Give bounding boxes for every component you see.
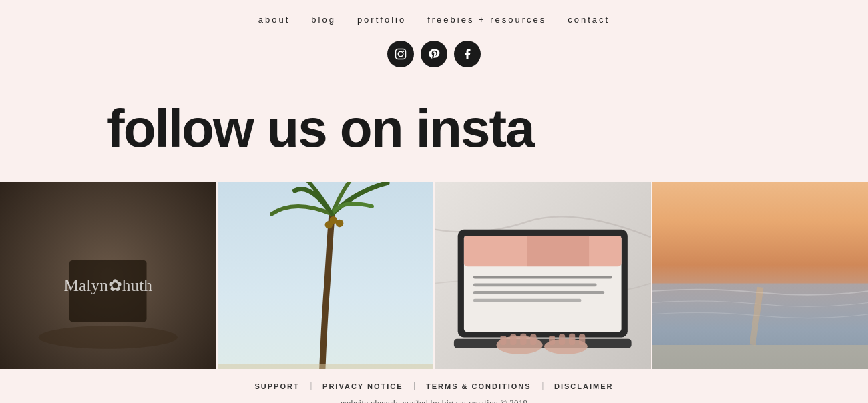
facebook-button[interactable] [454,41,481,67]
svg-rect-21 [473,299,582,302]
svg-point-2 [403,51,404,52]
footer-support[interactable]: SUPPORT [255,382,300,390]
photo2-bg [218,182,434,369]
insta-photo-2[interactable] [216,182,434,369]
svg-rect-20 [473,291,604,294]
instagram-button[interactable] [387,41,414,67]
footer-credit: website cleverly crafted by big cat crea… [0,398,868,403]
svg-rect-29 [549,336,555,345]
svg-point-4 [39,326,178,349]
social-icons-row [0,35,868,75]
insta-photo-3[interactable] [433,182,651,369]
svg-rect-31 [569,334,575,345]
svg-rect-27 [520,334,526,345]
follow-heading-container: follow us on insta [0,75,868,155]
svg-rect-26 [510,334,516,345]
footer-terms[interactable]: TERMS & CONDITIONS [426,382,531,390]
nav-contact[interactable]: contact [568,15,610,25]
photo1-bg: Malyn✿huth [0,182,216,369]
svg-rect-25 [500,336,506,345]
instagram-icon [395,48,407,60]
svg-rect-35 [652,345,869,369]
svg-text:Malyn✿huth: Malyn✿huth [64,276,153,294]
nav-freebies[interactable]: freebies + resources [427,15,546,25]
pinterest-button[interactable] [421,41,447,67]
nav-about[interactable]: about [258,15,290,25]
svg-point-11 [324,221,333,229]
svg-point-1 [398,51,403,57]
pinterest-icon [428,48,440,60]
instagram-photo-grid: Malyn✿huth [0,182,868,369]
svg-rect-22 [454,339,632,348]
footer-links: SUPPORT | PRIVACY NOTICE | TERMS & CONDI… [0,369,868,398]
footer-privacy[interactable]: PRIVACY NOTICE [322,382,403,390]
separator-3: | [542,381,544,391]
svg-rect-32 [579,334,585,345]
follow-section: follow us on insta Malyn [0,75,868,369]
insta-photo-4[interactable] [651,182,869,369]
nav-blog[interactable]: blog [311,15,336,25]
svg-rect-28 [530,334,536,345]
svg-rect-19 [473,284,597,287]
follow-heading: follow us on insta [107,102,868,155]
main-nav: about blog portfolio freebies + resource… [0,0,868,35]
svg-point-10 [335,220,343,228]
svg-rect-0 [396,49,406,59]
photo4-bg [652,182,869,369]
svg-rect-30 [559,334,565,345]
svg-rect-17 [527,236,589,266]
separator-1: | [310,381,312,391]
svg-rect-12 [218,364,434,369]
insta-photo-1[interactable]: Malyn✿huth [0,182,216,369]
separator-2: | [414,381,415,391]
footer: SUPPORT | PRIVACY NOTICE | TERMS & CONDI… [0,369,868,403]
nav-portfolio[interactable]: portfolio [357,15,406,25]
photo3-bg [435,182,651,369]
svg-rect-18 [473,276,612,279]
footer-disclaimer[interactable]: DISCLAIMER [554,382,613,390]
facebook-icon [461,48,473,60]
